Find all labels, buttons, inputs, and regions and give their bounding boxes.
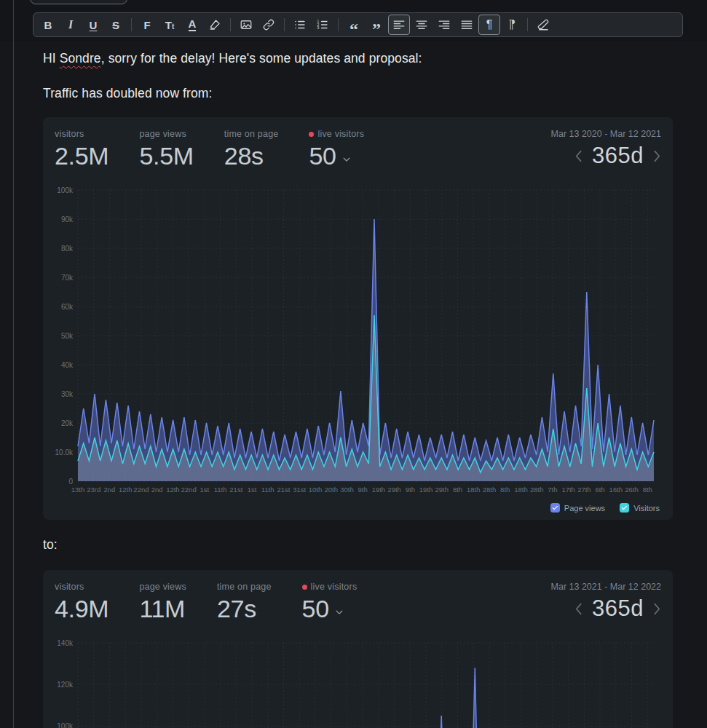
- svg-text:9th: 9th: [406, 486, 415, 494]
- text-color-icon: A: [189, 18, 197, 31]
- svg-text:2nd: 2nd: [151, 486, 163, 494]
- pilcrow-ltr-icon: ¶: [486, 19, 493, 31]
- bold-icon: B: [44, 20, 52, 31]
- checkbox-checked-icon: [550, 503, 560, 513]
- stat-live-visitors: live visitors 50: [309, 129, 364, 170]
- align-center-button[interactable]: [411, 15, 433, 35]
- align-justify-icon: [460, 18, 473, 31]
- stat-visitors: visitors 4.9M: [55, 582, 108, 622]
- next-period-button[interactable]: [653, 149, 661, 163]
- direction-ltr-button[interactable]: ¶: [478, 15, 500, 35]
- misspelled-word[interactable]: Sondre: [60, 51, 101, 66]
- partial-button[interactable]: [30, 0, 127, 4]
- link-icon: [262, 18, 275, 31]
- stat-value: 28s: [224, 142, 279, 170]
- stat-time-on-page: time on page 27s: [217, 582, 272, 622]
- legend-item-page-views[interactable]: Page views: [550, 503, 605, 513]
- analytics-card-2: visitors 4.9M page views 11M time on pag…: [43, 570, 673, 728]
- date-range-label: Mar 13 2020 - Mar 12 2021: [551, 129, 661, 139]
- svg-text:20th: 20th: [324, 486, 338, 494]
- stat-value: 5.5M: [139, 142, 193, 170]
- analytics-card-1: visitors 2.5M page views 5.5M time on pa…: [43, 117, 673, 520]
- paragraph-to[interactable]: to:: [43, 537, 673, 553]
- svg-text:12th: 12th: [166, 486, 180, 494]
- stats-header: visitors 4.9M page views 11M time on pag…: [55, 582, 661, 622]
- align-right-icon: [438, 18, 451, 31]
- svg-text:70k: 70k: [61, 274, 74, 282]
- live-visitors-dropdown[interactable]: 50: [302, 595, 358, 622]
- quote-close-button[interactable]: ”: [366, 15, 387, 35]
- prev-period-button[interactable]: [574, 149, 582, 163]
- svg-text:7th: 7th: [548, 486, 557, 494]
- checkbox-checked-icon: [620, 503, 629, 513]
- clear-formatting-button[interactable]: [532, 15, 554, 35]
- eraser-icon: [537, 18, 550, 31]
- align-justify-button[interactable]: [456, 15, 478, 35]
- live-visitors-dropdown[interactable]: 50: [309, 142, 364, 170]
- ordered-list-button[interactable]: 123: [312, 15, 333, 35]
- toolbar-separator: [230, 18, 231, 31]
- stat-time-on-page: time on page 28s: [224, 129, 279, 170]
- stat-label: visitors: [55, 582, 108, 592]
- stat-label: page views: [139, 582, 186, 592]
- svg-text:28th: 28th: [483, 486, 497, 494]
- period-selector[interactable]: 365d: [592, 143, 644, 169]
- bullet-list-button[interactable]: [289, 15, 311, 35]
- svg-text:30th: 30th: [340, 486, 354, 494]
- stats-header: visitors 2.5M page views 5.5M time on pa…: [55, 129, 661, 170]
- stat-page-views: page views 11M: [139, 582, 186, 622]
- direction-rtl-button[interactable]: ¶: [501, 15, 523, 35]
- stat-page-views: page views 5.5M: [139, 129, 193, 170]
- stat-value: 4.9M: [55, 595, 108, 622]
- text-size-icon: Tt: [165, 20, 175, 31]
- quote-open-button[interactable]: “: [343, 15, 365, 35]
- svg-text:18th: 18th: [467, 486, 481, 494]
- svg-text:90k: 90k: [61, 215, 74, 223]
- font-icon: F: [143, 20, 150, 31]
- underline-button[interactable]: U: [82, 15, 104, 35]
- traffic-chart[interactable]: 13th23rd2nd12th22nd2nd12th22nd1st11th21s…: [55, 183, 661, 499]
- svg-text:29th: 29th: [387, 486, 401, 494]
- strikethrough-button[interactable]: S: [105, 15, 127, 35]
- traffic-chart[interactable]: 13th23rd2nd12th22nd2nd12th22nd1st11th21s…: [55, 636, 661, 728]
- prev-period-button[interactable]: [574, 602, 582, 616]
- svg-text:17th: 17th: [561, 486, 575, 494]
- svg-text:2nd: 2nd: [104, 486, 116, 494]
- svg-text:23rd: 23rd: [87, 486, 100, 494]
- paragraph-intro[interactable]: Traffic has doubled now from:: [43, 86, 673, 101]
- chart-legend: Page views Visitors: [55, 503, 661, 513]
- editor-left-border: [13, 0, 14, 728]
- date-range-block: Mar 13 2021 - Mar 12 2022 365d: [551, 582, 661, 622]
- date-range-block: Mar 13 2020 - Mar 12 2021 365d: [551, 129, 661, 169]
- italic-button[interactable]: I: [60, 15, 82, 35]
- insert-image-button[interactable]: [235, 15, 257, 35]
- svg-text:100k: 100k: [57, 722, 74, 728]
- list-ol-icon: 123: [316, 18, 329, 31]
- bold-button[interactable]: B: [37, 15, 59, 35]
- legend-item-visitors[interactable]: Visitors: [620, 503, 660, 513]
- next-period-button[interactable]: [653, 602, 661, 616]
- font-button[interactable]: F: [136, 15, 158, 35]
- align-left-button[interactable]: [388, 15, 410, 35]
- period-selector[interactable]: 365d: [592, 596, 644, 622]
- highlight-button[interactable]: [204, 15, 226, 35]
- svg-text:21st: 21st: [277, 486, 291, 494]
- highlighter-icon: [208, 18, 221, 31]
- list-ul-icon: [293, 18, 307, 31]
- svg-text:1st: 1st: [200, 486, 210, 494]
- stat-visitors: visitors 2.5M: [55, 129, 108, 170]
- stat-label: live visitors: [309, 129, 364, 139]
- stat-label: time on page: [224, 129, 279, 139]
- chevron-down-icon: [334, 607, 344, 617]
- stat-label: page views: [139, 129, 193, 139]
- stat-label: live visitors: [302, 582, 358, 592]
- editor-content[interactable]: HI Sondre, sorry for the delay! Here's s…: [0, 0, 707, 728]
- svg-text:20k: 20k: [61, 419, 74, 427]
- paragraph-greeting[interactable]: HI Sondre, sorry for the delay! Here's s…: [43, 51, 673, 66]
- toolbar-separator: [527, 18, 528, 31]
- align-right-button[interactable]: [433, 15, 455, 35]
- insert-link-button[interactable]: [258, 15, 280, 35]
- svg-text:60k: 60k: [61, 303, 74, 311]
- text-color-button[interactable]: A: [181, 15, 203, 35]
- text-size-button[interactable]: Tt: [159, 15, 181, 35]
